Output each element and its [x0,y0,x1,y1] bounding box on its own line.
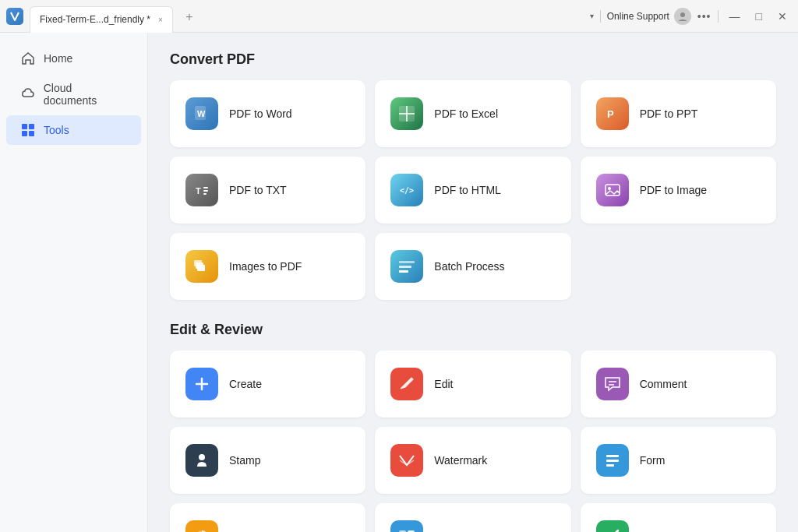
more-options-button[interactable]: ••• [697,10,711,23]
svg-point-17 [608,187,611,190]
pdf-to-html-icon: </> [390,174,423,206]
svg-rect-28 [606,460,619,462]
sidebar-item-home[interactable]: Home [6,44,141,73]
tool-organize-pages[interactable]: Organize Pages [581,503,776,532]
stamp-icon [185,444,218,477]
pdf-to-image-icon [596,174,629,206]
cloud-icon [20,86,36,102]
app-layout: Home Cloud documents Tools Convert PD [0,33,798,532]
pdf-to-html-label: PDF to HTML [434,184,501,196]
sidebar-item-tools[interactable]: Tools [6,115,141,145]
watermark-label: Watermark [434,454,487,467]
svg-text:T: T [196,186,201,196]
form-label: Form [640,454,666,467]
edit-section: Edit & Review Create [170,322,776,532]
svg-rect-4 [29,131,34,136]
svg-rect-13 [203,190,208,192]
tool-split[interactable]: Split [170,503,365,532]
svg-point-0 [680,12,685,17]
titlebar-right: ▾ Online Support ••• — □ ✕ [590,8,792,25]
svg-rect-20 [197,265,205,271]
pdf-to-txt-icon: T [185,174,218,206]
tool-pdf-to-ppt[interactable]: P PDF to PPT [581,80,776,147]
active-tab[interactable]: Fixed-Term-E...d_friendly * × [30,6,173,33]
tool-pdf-to-txt[interactable]: T PDF to TXT [170,157,365,224]
convert-section: Convert PDF W PDF to Word [170,51,776,300]
tab-close-button[interactable]: × [158,16,163,24]
pdf-to-ppt-label: PDF to PPT [640,107,698,120]
tool-batch-process[interactable]: Batch Process [375,233,570,300]
svg-rect-22 [399,266,411,268]
close-button[interactable]: ✕ [773,10,792,23]
tool-comment[interactable]: Comment [581,351,776,417]
sidebar-item-tools-label: Tools [44,124,69,136]
tool-combine[interactable]: Combine [375,503,570,532]
edit-section-title: Edit & Review [170,322,776,338]
svg-point-26 [199,454,205,460]
edit-label: Edit [434,378,453,390]
organize-pages-icon [596,520,629,532]
tool-create[interactable]: Create [170,351,365,417]
sidebar: Home Cloud documents Tools [0,33,148,532]
minimize-button[interactable]: — [725,10,745,23]
app-logo [6,8,23,25]
tool-stamp[interactable]: Stamp [170,427,365,494]
tools-icon [20,122,36,138]
create-icon [185,368,218,400]
online-support-label: Online Support [607,11,669,22]
svg-rect-23 [399,270,408,273]
convert-tools-grid: W PDF to Word PDF to Excel [170,80,776,300]
sidebar-item-cloud[interactable]: Cloud documents [6,75,141,114]
tab-dropdown-arrow[interactable]: ▾ [590,12,594,20]
comment-icon [596,368,629,400]
divider [600,10,601,23]
stamp-label: Stamp [229,454,260,467]
svg-rect-16 [606,185,620,196]
svg-rect-27 [606,455,619,457]
tool-pdf-to-html[interactable]: </> PDF to HTML [375,157,570,224]
sidebar-item-cloud-label: Cloud documents [44,82,127,107]
divider2 [718,10,719,23]
batch-process-icon [390,250,423,283]
maximize-button[interactable]: □ [751,10,767,23]
create-label: Create [229,378,262,390]
tool-form[interactable]: Form [581,427,776,494]
user-avatar [674,8,691,25]
svg-text:W: W [197,109,206,118]
home-icon [20,51,36,66]
split-icon [185,520,218,532]
form-icon [596,444,629,477]
tool-pdf-to-word[interactable]: W PDF to Word [170,80,365,147]
svg-rect-14 [203,193,207,195]
images-to-pdf-label: Images to PDF [229,260,302,273]
titlebar: Fixed-Term-E...d_friendly * × + ▾ Online… [0,0,798,33]
svg-text:</>: </> [400,186,414,195]
comment-label: Comment [640,378,687,390]
tool-pdf-to-image[interactable]: PDF to Image [581,157,776,224]
main-content: Convert PDF W PDF to Word [148,33,798,532]
tool-pdf-to-excel[interactable]: PDF to Excel [375,80,570,147]
svg-rect-2 [29,124,34,129]
batch-process-label: Batch Process [434,260,504,273]
pdf-to-word-label: PDF to Word [229,107,292,120]
tool-images-to-pdf[interactable]: Images to PDF [170,233,365,300]
pdf-to-ppt-icon: P [596,97,629,130]
svg-rect-21 [399,261,415,263]
pdf-to-excel-label: PDF to Excel [434,107,498,120]
tool-edit[interactable]: Edit [375,351,570,417]
svg-rect-29 [606,464,614,467]
watermark-icon [390,444,423,477]
tab-label: Fixed-Term-E...d_friendly * [40,14,150,25]
tool-watermark[interactable]: Watermark [375,427,570,494]
pdf-to-txt-label: PDF to TXT [229,184,287,196]
convert-section-title: Convert PDF [170,51,776,68]
pdf-to-word-icon: W [185,97,218,130]
new-tab-button[interactable]: + [179,7,200,27]
edit-icon [390,368,423,400]
sidebar-item-home-label: Home [44,52,72,65]
pdf-to-excel-icon [390,97,423,130]
svg-text:P: P [607,108,614,120]
svg-rect-1 [22,124,27,129]
online-support-button[interactable]: Online Support [607,8,691,25]
combine-icon [390,520,423,532]
